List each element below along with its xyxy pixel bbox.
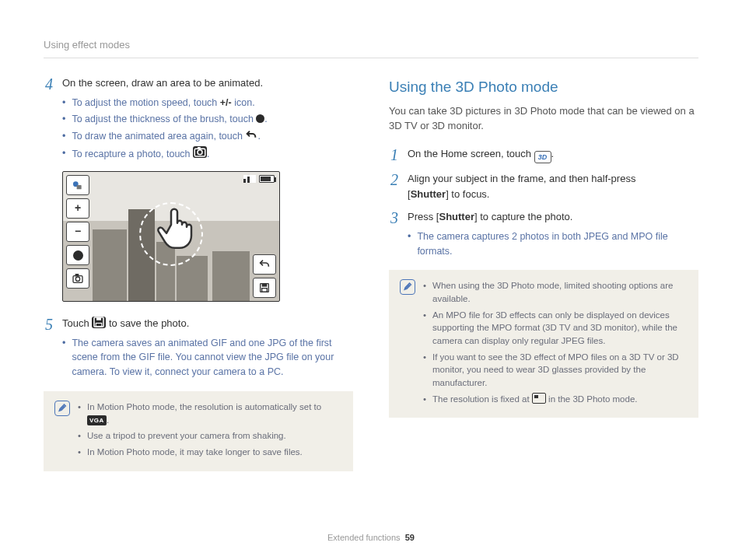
camera-screen-diagram: + −	[62, 171, 280, 302]
page-number: 59	[405, 533, 415, 542]
vga-badge: VGA	[87, 415, 107, 426]
step-body: On the Home screen, touch 3D.	[408, 146, 698, 164]
screen-right-buttons	[253, 254, 276, 298]
bullet: To adjust the motion speed, touch +/- ic…	[62, 96, 353, 110]
breadcrumb: Using effect modes	[44, 39, 130, 51]
shutter-label: Shutter	[411, 188, 446, 200]
save-button[interactable]	[253, 278, 276, 298]
step-number: 5	[44, 316, 54, 382]
undo-button[interactable]	[253, 254, 276, 275]
section-intro: You can take 3D pictures in 3D Photo mod…	[389, 103, 698, 134]
step-number: 4	[44, 75, 54, 163]
page-footer: Extended functions 59	[0, 531, 742, 544]
section-title: Using the 3D Photo mode	[389, 75, 698, 98]
note-item: Use a tripod to prevent your camera from…	[78, 429, 342, 443]
bullet: The camera saves an animated GIF and one…	[62, 336, 353, 380]
step-5: 5 Touch to save the photo. The camera sa…	[44, 316, 353, 382]
shutter-label: Shutter	[439, 211, 474, 222]
minus-button[interactable]: −	[66, 222, 89, 242]
note-item: In Motion Photo mode, the resolution is …	[78, 401, 342, 426]
brush-dot-icon	[256, 114, 264, 123]
footer-section: Extended functions	[327, 533, 401, 542]
note-icon	[400, 279, 415, 295]
page-header: Using effect modes	[44, 37, 698, 58]
bullet-text: The camera captures 2 photos in both JPE…	[417, 229, 698, 259]
note-item: In Motion Photo mode, it may take longer…	[78, 446, 342, 459]
bullet: The camera captures 2 photos in both JPE…	[408, 229, 698, 259]
step-body: Align your subject in the frame, and the…	[408, 171, 698, 201]
right-column: Using the 3D Photo mode You can take 3D …	[389, 75, 698, 471]
step-number: 2	[389, 171, 400, 201]
note-item: If you want to see the 3D effect of MPO …	[423, 351, 688, 390]
step-3-bullets: The camera captures 2 photos in both JPE…	[408, 229, 698, 259]
battery-icon	[259, 175, 275, 183]
step-4: 4 On the screen, draw an area to be anim…	[44, 75, 353, 163]
svg-rect-7	[75, 275, 78, 276]
plus-button[interactable]: +	[66, 198, 89, 219]
svg-rect-4	[77, 185, 82, 189]
content-columns: 4 On the screen, draw an area to be anim…	[44, 75, 698, 471]
undo-icon	[245, 130, 257, 141]
bullet: To adjust the thickness of the brush, to…	[62, 112, 353, 127]
screen-left-buttons: + −	[66, 175, 89, 298]
note-list: In Motion Photo mode, the resolution is …	[78, 401, 342, 462]
step-body: Touch to save the photo. The camera save…	[62, 316, 353, 382]
step-text-before: Touch	[62, 317, 92, 329]
svg-rect-10	[262, 289, 268, 292]
camera-icon	[193, 146, 207, 158]
step-text-after: to save the photo.	[106, 317, 189, 329]
step-5-bullets: The camera saves an animated GIF and one…	[62, 336, 353, 380]
svg-point-6	[75, 277, 79, 281]
3d-mode-icon: 3D	[534, 151, 551, 163]
note-item: The resolution is fixed at in the 3D Pho…	[423, 393, 688, 406]
note-box-right: When using the 3D Photo mode, limited sh…	[389, 270, 698, 418]
step-body: On the screen, draw an area to be animat…	[62, 75, 353, 163]
step-2: 2 Align your subject in the frame, and t…	[389, 171, 698, 201]
bullet: To recapture a photo, touch .	[62, 146, 353, 161]
mode-button[interactable]	[66, 175, 89, 195]
resolution-icon	[532, 393, 546, 404]
step-4-bullets: To adjust the motion speed, touch +/- ic…	[62, 96, 353, 162]
svg-point-1	[198, 150, 202, 155]
step-body: Press [Shutter] to capture the photo. Th…	[408, 209, 698, 261]
note-list: When using the 3D Photo mode, limited sh…	[423, 279, 688, 408]
step-3: 3 Press [Shutter] to capture the photo. …	[389, 209, 698, 261]
note-item: An MPO file for 3D effects can only be d…	[423, 309, 688, 348]
touch-hand-icon	[151, 201, 201, 256]
bullet-text: The camera saves an animated GIF and one…	[72, 336, 353, 380]
step-text: On the screen, draw an area to be animat…	[62, 77, 263, 89]
note-box-left: In Motion Photo mode, the resolution is …	[44, 391, 353, 471]
svg-rect-9	[262, 284, 266, 286]
brush-button[interactable]	[66, 245, 89, 265]
step-number: 3	[389, 209, 400, 261]
step-1: 1 On the Home screen, touch 3D.	[389, 146, 698, 164]
save-disk-icon	[92, 317, 106, 328]
note-icon	[54, 401, 70, 416]
svg-rect-12	[96, 317, 101, 320]
left-column: 4 On the screen, draw an area to be anim…	[44, 75, 353, 471]
camera-button[interactable]	[66, 268, 89, 289]
step-number: 1	[389, 146, 400, 164]
plus-minus-icon: +/-	[220, 97, 232, 108]
bullet: To draw the animated area again, touch .	[62, 129, 353, 144]
svg-rect-2	[198, 147, 201, 149]
note-item: When using the 3D Photo mode, limited sh…	[423, 279, 688, 305]
